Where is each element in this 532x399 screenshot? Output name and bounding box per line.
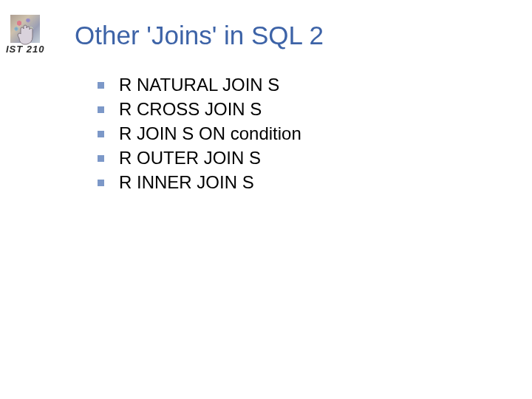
list-item-text: R INNER JOIN S — [119, 172, 254, 193]
bullet-icon — [98, 155, 104, 162]
list-item-text: R CROSS JOIN S — [119, 99, 262, 120]
slide-title: Other 'Joins' in SQL 2 — [75, 21, 324, 50]
list-item-text: R NATURAL JOIN S — [119, 75, 279, 95]
bullet-icon — [98, 131, 104, 137]
bullet-icon — [98, 106, 104, 113]
bullet-icon — [98, 180, 104, 186]
list-item: R OUTER JOIN S — [98, 148, 532, 168]
hand-icon — [16, 24, 34, 46]
bullet-icon — [98, 82, 104, 89]
list-item: R INNER JOIN S — [98, 172, 532, 193]
list-item: R CROSS JOIN S — [98, 99, 532, 120]
logo-label: IST 210 — [6, 44, 45, 55]
list-item-text: R OUTER JOIN S — [119, 148, 261, 168]
header: IST 210 Other 'Joins' in SQL 2 — [0, 0, 532, 55]
list-item-text: R JOIN S ON condition — [119, 123, 301, 144]
logo: IST 210 — [6, 15, 61, 55]
list-item: R NATURAL JOIN S — [98, 75, 532, 95]
bullet-list: R NATURAL JOIN S R CROSS JOIN S R JOIN S… — [98, 75, 532, 193]
list-item: R JOIN S ON condition — [98, 123, 532, 144]
